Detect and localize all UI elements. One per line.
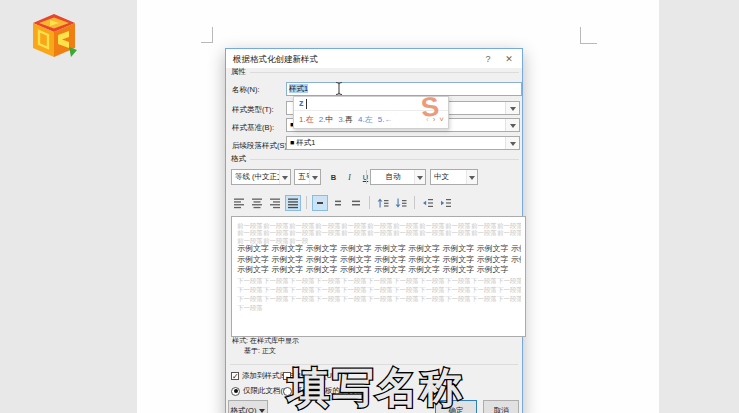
align-justify-button[interactable] [285, 195, 301, 211]
increase-indent-icon [440, 197, 452, 209]
divider [369, 196, 370, 209]
candidate-text: 左 [365, 115, 373, 124]
bold-button[interactable]: B [326, 169, 341, 185]
following-style-select[interactable]: ■样式1 [286, 136, 520, 150]
decrease-indent-icon [422, 197, 434, 209]
line-spacing-double-button[interactable] [348, 195, 364, 211]
align-justify-icon [287, 197, 299, 209]
style-based-on: 基于: 正文 [244, 346, 276, 356]
line-spacing-double-icon [350, 197, 362, 209]
candidate-number: 4. [358, 115, 365, 124]
properties-section-header: 属性 [231, 67, 519, 77]
candidate-text: 中 [325, 115, 333, 124]
preview-sample-line: 示例文字 示例文字 示例文字 示例文字 示例文字 示例文字 示例文字 示例文字 … [237, 244, 521, 255]
paragraph-toolbar [231, 194, 519, 211]
ime-candidate[interactable]: 3.再 [338, 114, 353, 125]
dropdown-arrow-button[interactable] [505, 102, 519, 114]
chevron-down-icon [282, 176, 288, 180]
dropdown-arrow-button[interactable] [505, 137, 519, 149]
font-color-value: 自动 [371, 172, 415, 182]
preview-prev-line: 前一段落前一段落前一段 [237, 237, 521, 244]
candidate-text: 再 [345, 115, 353, 124]
chevron-down-icon [510, 124, 516, 128]
divider [414, 196, 415, 209]
selected-text: 样式1 [289, 84, 308, 93]
font-size-value: 五号 [298, 172, 309, 182]
divider [250, 159, 519, 160]
style-type-label: 样式类型(T): [232, 105, 274, 115]
close-icon[interactable]: ✕ [501, 52, 517, 66]
align-left-button[interactable] [231, 195, 247, 211]
candidate-text: 在 [306, 115, 314, 124]
chevron-down-icon [417, 176, 423, 180]
style-base-label: 样式基准(B): [232, 123, 274, 133]
font-family-value: 等线 (中文正文 [235, 172, 279, 182]
candidate-number: 1. [299, 115, 306, 124]
preview-sample-line: 示例文字 示例文字 示例文字 示例文字 示例文字 示例文字 示例文字 示例文字 [237, 265, 521, 276]
screen: 根据格式化创建新样式 ? ✕ 属性 名称(N): 样式1 样式类型(T): 样式… [0, 0, 739, 413]
recorder-app-logo-icon [29, 11, 79, 61]
watermark-text: 填写名称 [286, 364, 464, 411]
language-select[interactable]: 中文 [430, 169, 478, 185]
divider [366, 170, 367, 184]
space-before-icon [377, 197, 389, 209]
align-right-icon [269, 197, 281, 209]
align-center-button[interactable] [249, 195, 265, 211]
preview-next-line: 下一段落下一段落下一段落下一段落下一段落下一段落下一段落下一段落下一段落下一段落… [237, 276, 521, 285]
following-style-value: ■样式1 [290, 137, 315, 149]
format-label: 格式 [231, 154, 246, 164]
dropdown-arrow-button[interactable] [505, 119, 519, 131]
align-center-icon [251, 197, 263, 209]
help-icon[interactable]: ? [480, 52, 496, 66]
font-color-select[interactable]: 自动 [370, 169, 426, 185]
style-swatch-icon: ■ [290, 139, 294, 146]
increase-space-before-button[interactable] [375, 195, 391, 211]
chevron-down-icon [312, 176, 318, 180]
dropdown-arrow-button[interactable] [414, 170, 425, 184]
space-after-icon [395, 197, 407, 209]
candidate-number: 3. [338, 115, 345, 124]
ime-candidate[interactable]: 4.左 [358, 114, 373, 125]
chevron-down-icon [259, 409, 265, 413]
cancel-button[interactable]: 取消 [483, 400, 519, 413]
preview-next-line: 下一段落下一段落下一段落下一段落下一段落下一段落下一段落下一段落下一段落下一段落… [237, 294, 521, 303]
preview-prev-line: 前一段落前一段落前一段落前一段落前一段落前一段落前一段落前一段落前一段落前一段落… [237, 222, 521, 229]
line-spacing-15-button[interactable] [330, 195, 346, 211]
dropdown-arrow-button[interactable] [279, 170, 290, 184]
properties-label: 属性 [231, 67, 246, 77]
ime-candidate[interactable]: 5.← [378, 115, 393, 124]
preview-prev-line: 前一段落前一段落前一段落前一段落前一段落前一段落前一段落前一段落前一段落前一段落… [237, 229, 521, 236]
tutorial-watermark: 填写名称 [278, 360, 474, 413]
radio-selected-icon[interactable] [231, 387, 240, 396]
line-spacing-single-button[interactable] [312, 195, 328, 211]
preview-sample-line: 示例文字 示例文字 示例文字 示例文字 示例文字 示例文字 示例文字 示例文字 … [237, 255, 521, 266]
line-spacing-15-icon [332, 197, 344, 209]
style-preview-pane: 前一段落前一段落前一段落前一段落前一段落前一段落前一段落前一段落前一段落前一段落… [231, 216, 526, 337]
ime-composition-text: z [299, 98, 304, 108]
dropdown-arrow-button[interactable] [466, 170, 477, 184]
increase-space-after-button[interactable] [393, 195, 409, 211]
chevron-down-icon [469, 176, 475, 180]
dialog-title: 根据格式化创建新样式 [233, 54, 318, 66]
format-menu-button[interactable]: 格式(O) [228, 400, 268, 413]
line-spacing-single-icon [314, 197, 326, 209]
format-menu-label: 格式(O) [231, 406, 257, 413]
candidate-text: ← [384, 115, 392, 124]
increase-indent-button[interactable] [438, 195, 454, 211]
font-size-select[interactable]: 五号 [294, 169, 321, 185]
format-section-header: 格式 [231, 154, 519, 164]
align-left-icon [233, 197, 245, 209]
font-family-select[interactable]: 等线 (中文正文 [231, 169, 291, 185]
divider [306, 196, 307, 209]
checkbox-checked-icon[interactable]: ✓ [231, 372, 239, 380]
ime-candidate[interactable]: 2.中 [319, 114, 334, 125]
ime-candidate[interactable]: 1.在 [299, 114, 314, 125]
preview-next-line: 下一段落下一段落下一段落下一段落下一段落下一段落下一段落下一段落下一段落下一段落… [237, 285, 521, 294]
name-label: 名称(N): [232, 85, 260, 95]
italic-button[interactable]: I [342, 169, 357, 185]
decrease-indent-button[interactable] [420, 195, 436, 211]
style-name-input[interactable]: 样式1 [286, 82, 522, 96]
dropdown-arrow-button[interactable] [309, 170, 320, 184]
align-right-button[interactable] [267, 195, 283, 211]
divider [250, 72, 519, 73]
